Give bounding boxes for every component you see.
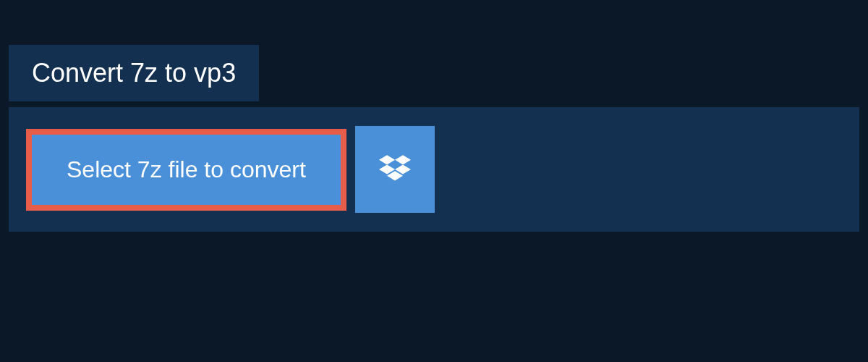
- convert-panel: Select 7z file to convert: [9, 107, 859, 232]
- tab-convert[interactable]: Convert 7z to vp3: [9, 45, 259, 101]
- tab-bar: Convert 7z to vp3: [9, 45, 259, 101]
- tab-label: Convert 7z to vp3: [32, 58, 236, 88]
- dropbox-icon: [379, 153, 411, 185]
- select-file-button[interactable]: Select 7z file to convert: [26, 129, 346, 211]
- select-file-label: Select 7z file to convert: [67, 156, 306, 183]
- dropbox-button[interactable]: [355, 126, 435, 213]
